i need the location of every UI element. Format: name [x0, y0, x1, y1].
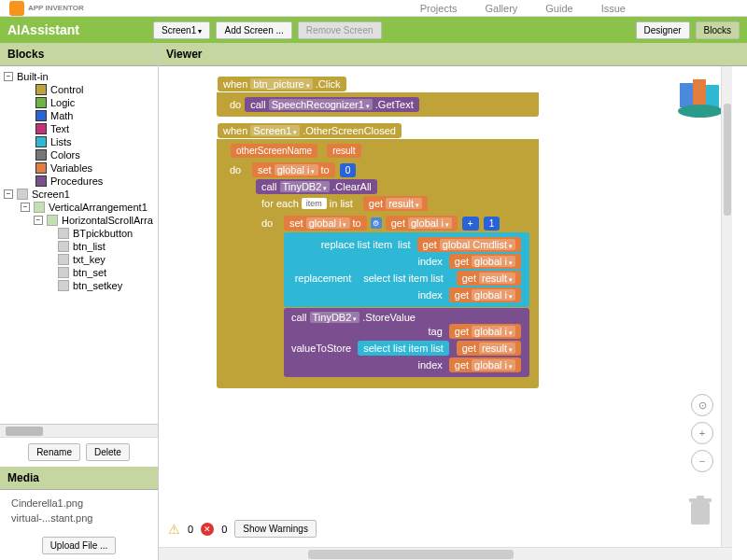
- nav-gallery[interactable]: Gallery: [485, 3, 517, 14]
- tree-control[interactable]: Control: [4, 83, 154, 96]
- get-block[interactable]: getresult: [363, 196, 428, 211]
- gear-icon[interactable]: ⚙: [371, 217, 382, 229]
- tree-label: VerticalArrangement1: [49, 202, 148, 213]
- component-icon: [58, 241, 69, 252]
- get-block[interactable]: getresult: [457, 271, 521, 286]
- get-block[interactable]: getglobal i: [386, 216, 458, 231]
- tree-horizontal-scroll[interactable]: −HorizontalScrollArra: [4, 214, 154, 227]
- tree-label: Text: [50, 123, 69, 134]
- screen-dropdown[interactable]: Screen1: [153, 21, 210, 39]
- event-block[interactable]: whenbtn_picture.Click: [218, 77, 346, 91]
- number-block[interactable]: 0: [340, 163, 357, 177]
- rename-button[interactable]: Rename: [28, 443, 80, 461]
- scroll-thumb[interactable]: [308, 550, 514, 559]
- category-color-icon: [35, 175, 47, 187]
- do-body[interactable]: docallSpeechRecognizer1.GetText: [217, 92, 539, 117]
- svg-rect-6: [697, 496, 704, 499]
- category-color-icon: [35, 97, 47, 108]
- blocks-button[interactable]: Blocks: [696, 21, 740, 39]
- tree-lists[interactable]: Lists: [4, 135, 154, 148]
- event-block[interactable]: whenScreen1.OtherScreenClosed: [218, 123, 402, 138]
- blocks-workspace[interactable]: whenbtn_picture.Click docallSpeechRecogn…: [217, 76, 539, 388]
- component-icon: [58, 228, 69, 239]
- recenter-button[interactable]: ⊙: [691, 394, 713, 416]
- app-title: AIAssistant: [7, 22, 148, 37]
- show-warnings-button[interactable]: Show Warnings: [234, 520, 317, 538]
- get-block[interactable]: getglobal Cmdlist: [417, 237, 521, 252]
- collapse-icon[interactable]: −: [34, 216, 43, 225]
- designer-button[interactable]: Designer: [636, 21, 690, 39]
- tree-math[interactable]: Math: [4, 109, 154, 122]
- tree-btn-list[interactable]: btn_list: [4, 240, 154, 253]
- tree-label: txt_key: [73, 254, 106, 265]
- select-list-item-block[interactable]: select list itemlist: [358, 271, 449, 286]
- call-storevalue-block[interactable]: callTinyDB2.StoreValue taggetglobal i va…: [284, 308, 529, 377]
- svg-point-3: [678, 105, 723, 118]
- media-panel-header: Media: [0, 467, 158, 490]
- media-item[interactable]: virtual-...stant.png: [6, 511, 152, 525]
- math-plus-block[interactable]: +: [462, 217, 479, 231]
- get-block[interactable]: getglobal i: [449, 287, 521, 302]
- nav-issue[interactable]: Issue: [601, 3, 626, 14]
- param-chip[interactable]: result: [327, 144, 360, 158]
- tree-btn-set[interactable]: btn_set: [4, 266, 154, 279]
- remove-screen-button[interactable]: Remove Screen: [298, 21, 382, 39]
- horizontal-scrollbar[interactable]: [159, 547, 732, 560]
- zoom-in-button[interactable]: +: [691, 422, 713, 444]
- tree-btn-setkey[interactable]: btn_setkey: [4, 279, 154, 292]
- get-block[interactable]: getglobal i: [449, 357, 521, 372]
- vertical-scrollbar[interactable]: [721, 66, 732, 547]
- tree-procedures[interactable]: Procedures: [4, 175, 154, 188]
- param-chip[interactable]: otherScreenName: [231, 144, 317, 158]
- call-block[interactable]: callSpeechRecognizer1.GetText: [245, 97, 419, 112]
- delete-button[interactable]: Delete: [86, 443, 130, 461]
- trash-icon[interactable]: [687, 495, 713, 528]
- number-block[interactable]: 1: [484, 217, 500, 231]
- select-list-item-block[interactable]: select list itemlist: [358, 341, 449, 356]
- do-body[interactable]: otherScreenNameresult dosetglobal ito0 c…: [217, 139, 539, 388]
- component-icon: [58, 254, 69, 265]
- collapse-icon[interactable]: −: [21, 203, 30, 212]
- scroll-thumb[interactable]: [724, 104, 731, 216]
- tree-colors[interactable]: Colors: [4, 148, 154, 161]
- tree-vertical-arrangement[interactable]: −VerticalArrangement1: [4, 201, 154, 214]
- tree-txt-key[interactable]: txt_key: [4, 253, 154, 266]
- media-list: Cinderella1.png virtual-...stant.png: [0, 490, 158, 531]
- nav-projects[interactable]: Projects: [420, 3, 458, 14]
- collapse-icon[interactable]: −: [4, 72, 13, 81]
- collapse-icon[interactable]: −: [4, 189, 13, 199]
- tree-builtin[interactable]: −Built-in: [4, 70, 154, 83]
- category-color-icon: [35, 136, 47, 147]
- get-block[interactable]: getglobal i: [449, 254, 521, 269]
- foreach-block[interactable]: for eachitemin list: [256, 196, 359, 211]
- backpack-icon[interactable]: [674, 72, 726, 119]
- blocks-canvas[interactable]: whenbtn_picture.Click docallSpeechRecogn…: [159, 66, 732, 547]
- top-nav: Projects Gallery Guide Issue: [420, 3, 626, 14]
- scroll-thumb[interactable]: [6, 427, 43, 436]
- set-block[interactable]: setglobal ito: [284, 216, 367, 231]
- svg-rect-2: [706, 85, 719, 107]
- tree-btpickbutton[interactable]: BTpickbutton: [4, 227, 154, 240]
- tree-variables[interactable]: Variables: [4, 161, 154, 175]
- zoom-out-button[interactable]: −: [691, 450, 713, 472]
- nav-guide[interactable]: Guide: [545, 3, 572, 14]
- tree-scrollbar[interactable]: [0, 424, 158, 437]
- error-icon: ✕: [201, 523, 214, 536]
- do-body-inner[interactable]: dosetglobal ito⚙getglobal i+1 replace li…: [252, 212, 533, 381]
- replace-list-item-block[interactable]: replace list itemlistgetglobal Cmdlist i…: [284, 232, 529, 307]
- get-block[interactable]: getresult: [457, 341, 521, 356]
- upload-file-button[interactable]: Upload File ...: [42, 537, 117, 554]
- call-block[interactable]: callTinyDB2.ClearAll: [256, 179, 377, 194]
- tree-logic[interactable]: Logic: [4, 96, 154, 109]
- get-block[interactable]: getglobal i: [449, 324, 521, 339]
- tree-label: Procedures: [50, 175, 103, 187]
- main: Blocks −Built-in Control Logic Math Text…: [0, 43, 747, 560]
- error-count: 0: [221, 524, 227, 535]
- sidebar: Blocks −Built-in Control Logic Math Text…: [0, 43, 159, 560]
- media-item[interactable]: Cinderella1.png: [6, 496, 152, 511]
- set-block[interactable]: setglobal ito: [252, 162, 335, 177]
- add-screen-button[interactable]: Add Screen ...: [216, 21, 291, 39]
- viewer: Viewer whenbtn_picture.Click docallSpeec…: [159, 43, 747, 560]
- tree-text[interactable]: Text: [4, 122, 154, 135]
- tree-screen1[interactable]: −Screen1: [4, 188, 154, 201]
